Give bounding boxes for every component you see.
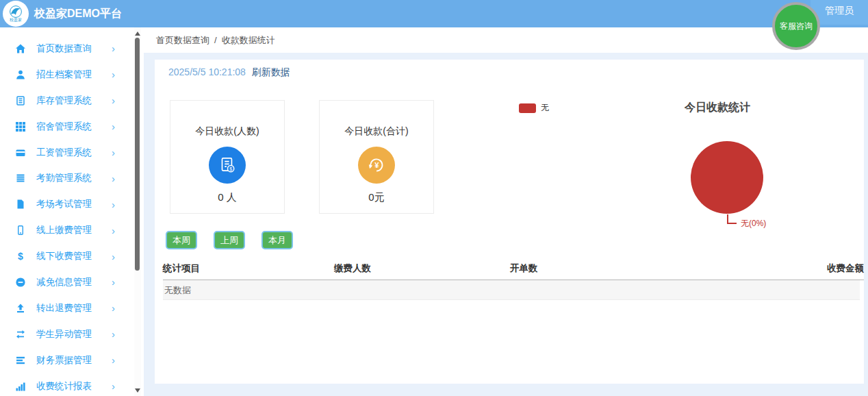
chevron-right-icon: › (112, 173, 115, 184)
column-header-payers: 缴费人数 (334, 262, 510, 275)
stat-card-value: 0 人 (170, 191, 284, 204)
chevron-right-icon: › (112, 147, 115, 158)
sidebar-item-inventory[interactable]: 库存管理系统 › (0, 88, 133, 114)
this-month-button[interactable]: 本月 (261, 231, 293, 249)
sidebar-item-label: 收费统计报表 (36, 380, 92, 393)
sidebar-item-offline-charge[interactable]: $ 线下收费管理 › (0, 243, 133, 269)
breadcrumb-parent[interactable]: 首页数据查询 (156, 34, 209, 47)
sidebar: 首页数据查询 › 招生档案管理 › 库存管理系统 › 宿舍管理系统 › 工资管理… (0, 27, 133, 396)
sidebar-item-label: 工资管理系统 (36, 147, 92, 159)
upload-icon (15, 303, 26, 314)
chevron-right-icon: › (112, 251, 115, 262)
app-title: 校盈家DEMO平台 (34, 0, 122, 27)
refund-yen-icon: ¥ (358, 147, 395, 184)
sidebar-item-label: 减免信息管理 (36, 276, 92, 288)
logo-text: 校盈家 (10, 18, 22, 22)
chevron-right-icon: › (112, 95, 115, 106)
sidebar-item-label: 财务票据管理 (36, 354, 92, 367)
stat-card-title: 今日收款(合计) (320, 125, 433, 138)
last-week-button[interactable]: 上周 (214, 231, 245, 249)
user-icon (15, 69, 26, 80)
this-week-button[interactable]: 本周 (166, 231, 197, 249)
chevron-right-icon: › (112, 277, 115, 287)
scroll-down-icon[interactable] (135, 388, 140, 393)
chevron-right-icon: › (112, 43, 115, 53)
sidebar-item-home-data[interactable]: 首页数据查询 › (0, 36, 133, 62)
chevron-right-icon: › (112, 303, 115, 313)
sidebar-item-charge-reports[interactable]: 收费统计报表 › (0, 373, 133, 396)
stat-card-today-payers: 今日收款(人数) $ 0 人 (170, 100, 285, 214)
bar-chart-icon (15, 381, 26, 392)
column-header-item: 统计项目 (163, 262, 334, 275)
chart-title: 今日收款统计 (649, 101, 786, 115)
statistics-table: 统计项目 缴费人数 开单数 收费金额 无数据 (163, 262, 864, 300)
pie-slice-none[interactable] (691, 141, 763, 214)
chevron-right-icon: › (112, 121, 115, 132)
column-header-amount: 收费金额 (782, 262, 864, 275)
pie-label-connector (727, 223, 737, 224)
chevron-right-icon: › (112, 329, 115, 339)
breadcrumb-separator: / (214, 35, 217, 45)
sidebar-item-label: 宿舍管理系统 (36, 121, 92, 133)
sidebar-item-payroll[interactable]: 工资管理系统 › (0, 140, 133, 166)
app-header: 校盈家 校盈家DEMO平台 管理员 (0, 0, 868, 27)
home-icon (15, 43, 26, 54)
sidebar-item-label: 学生异动管理 (36, 328, 92, 341)
breadcrumb: 首页数据查询 / 收款数据统计 (144, 27, 868, 53)
table-empty-row: 无数据 (163, 280, 860, 300)
list-book-icon (15, 173, 26, 184)
sidebar-item-label: 首页数据查询 (36, 42, 92, 55)
refresh-row: 2025/5/5 10:21:08 刷新数据 (168, 66, 290, 79)
chevron-right-icon: › (112, 69, 115, 79)
sidebar-item-dormitory[interactable]: 宿舍管理系统 › (0, 114, 133, 140)
sidebar-scrollbar[interactable] (134, 27, 141, 396)
breadcrumb-current: 收款数据统计 (222, 34, 275, 47)
logo-bird-icon (8, 5, 23, 18)
sidebar-item-label: 考场考试管理 (36, 198, 92, 210)
chevron-right-icon: › (112, 381, 115, 391)
sidebar-item-online-payment[interactable]: 线上缴费管理 › (0, 217, 133, 243)
sidebar-item-label: 库存管理系统 (36, 95, 92, 107)
filter-button-row: 本周 上周 本月 (166, 231, 293, 249)
svg-text:¥: ¥ (374, 161, 379, 169)
table-header-row: 统计项目 缴费人数 开单数 收费金额 (163, 262, 864, 280)
sidebar-item-label: 线下收费管理 (36, 250, 92, 262)
sidebar-item-transfer-refund[interactable]: 转出退费管理 › (0, 295, 133, 321)
exchange-icon (15, 329, 26, 340)
svg-text:$: $ (18, 251, 23, 262)
sidebar-item-attendance[interactable]: 考勤管理系统 › (0, 165, 133, 191)
grid-icon (15, 121, 26, 132)
customer-service-button[interactable]: 客服咨询 (772, 2, 820, 50)
sidebar-item-finance-bills[interactable]: 财务票据管理 › (0, 347, 133, 373)
stat-card-value: 0元 (320, 191, 433, 204)
refresh-data-link[interactable]: 刷新数据 (252, 66, 290, 77)
sidebar-item-label: 招生档案管理 (36, 69, 92, 81)
stat-card-title: 今日收款(人数) (170, 125, 284, 138)
sidebar-item-enrollment-archive[interactable]: 招生档案管理 › (0, 62, 133, 88)
chevron-right-icon: › (112, 199, 115, 210)
legend-label: 无 (541, 102, 549, 114)
content-area: 2025/5/5 10:21:08 刷新数据 今日收款(人数) $ 0 人 今日… (144, 53, 868, 396)
sidebar-item-label: 线上缴费管理 (36, 224, 92, 236)
sidebar-item-exams[interactable]: 考场考试管理 › (0, 191, 133, 217)
column-header-orders: 开单数 (510, 262, 782, 275)
minus-circle-icon (15, 277, 26, 288)
refresh-timestamp: 2025/5/5 10:21:08 (168, 66, 246, 77)
chart-legend-item[interactable]: 无 (519, 102, 549, 114)
legend-swatch (519, 103, 536, 113)
sidebar-item-label: 转出退费管理 (36, 302, 92, 314)
main-panel: 2025/5/5 10:21:08 刷新数据 今日收款(人数) $ 0 人 今日… (155, 60, 864, 384)
sidebar-item-label: 考勤管理系统 (36, 172, 92, 184)
app-logo: 校盈家 (3, 1, 29, 27)
sidebar-item-student-movement[interactable]: 学生异动管理 › (0, 321, 133, 347)
scroll-up-icon[interactable] (135, 32, 140, 36)
scrollbar-thumb[interactable] (135, 38, 140, 271)
wallet-icon (15, 147, 26, 158)
bill-count-icon: $ (209, 147, 246, 184)
screen: 校盈家 校盈家DEMO平台 管理员 客服咨询 首页数据查询 › 招生档案管理 ›… (0, 0, 868, 396)
pie-slice-label: 无(0%) (741, 218, 766, 230)
sidebar-item-reduction-info[interactable]: 减免信息管理 › (0, 269, 133, 295)
bars-icon (15, 355, 26, 366)
svg-text:$: $ (229, 166, 232, 171)
chevron-right-icon: › (112, 225, 115, 236)
